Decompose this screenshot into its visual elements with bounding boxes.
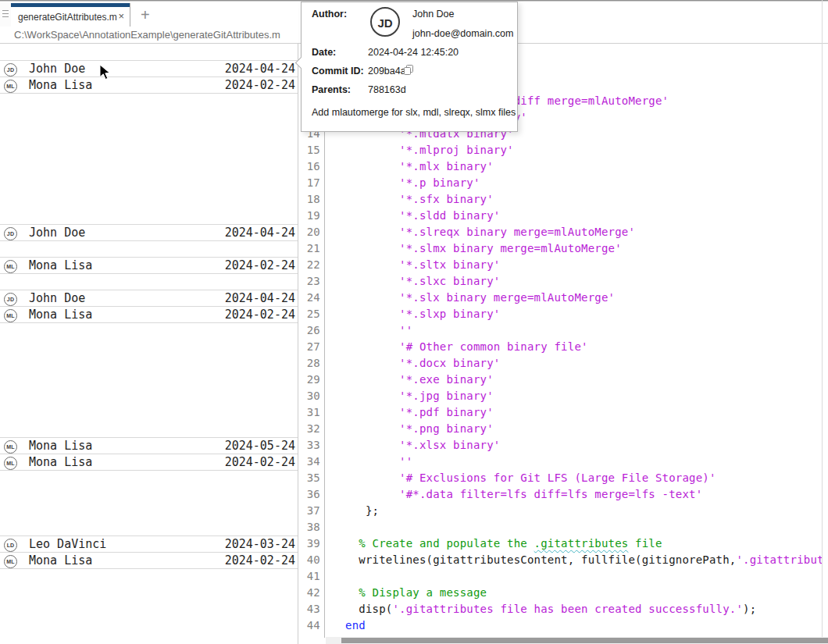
code-token-comment: file (628, 537, 662, 550)
tab-close-icon[interactable]: × (118, 11, 124, 22)
code-line[interactable]: '*.mlproj binary' (326, 142, 822, 158)
code-line[interactable]: '*.mlx binary' (326, 158, 822, 175)
line-number: 21 (298, 240, 320, 257)
line-number: 29 (298, 372, 320, 388)
line-number: 40 (298, 552, 320, 568)
blame-row[interactable]: LDLeo DaVinci2024-03-24 (0, 535, 298, 553)
code-editor[interactable]: '*.mdl binary diff merge=mlAutoMerge' '*… (326, 44, 822, 638)
blame-row[interactable]: JDJohn Doe2024-04-24 (0, 60, 298, 77)
code-line[interactable]: disp('.gitattributes file has been creat… (326, 601, 822, 617)
code-line[interactable]: '#*.data filter=lfs diff=lfs merge=lfs -… (326, 486, 822, 503)
code-lines: '*.mdl binary diff merge=mlAutoMerge' '*… (326, 44, 822, 634)
code-line[interactable]: writelines(gitattributesContent, fullfil… (326, 552, 822, 568)
panel-grip-handle[interactable] (0, 3, 12, 27)
code-line[interactable]: '*.slxc binary' (326, 273, 822, 290)
code-line[interactable] (326, 519, 822, 535)
blame-row[interactable]: MLMona Lisa2024-02-24 (0, 552, 298, 569)
horizontal-scrollbar-thumb[interactable] (341, 638, 828, 643)
code-token-string: '*.p binary' (345, 176, 480, 189)
code-line[interactable]: '# Other common binary file' (326, 339, 822, 355)
code-line[interactable]: '*.xlsx binary' (326, 437, 822, 454)
copy-commit-id-icon[interactable] (403, 64, 415, 76)
code-line[interactable]: '*.exe binary' (326, 372, 822, 388)
line-number: 20 (298, 224, 320, 240)
code-line[interactable]: '*.sltx binary' (326, 257, 822, 273)
author-name: Mona Lisa (29, 307, 92, 323)
code-line[interactable] (326, 568, 822, 585)
author-avatar: JD (4, 293, 17, 306)
author-name: Leo DaVinci (29, 536, 106, 553)
code-token-comment: % Display a message (345, 586, 487, 599)
code-token-string: '' (345, 324, 412, 336)
line-number: 25 (298, 306, 320, 322)
line-number: 35 (298, 470, 320, 486)
code-token-comment: % Create and populate the (345, 537, 534, 550)
code-line[interactable]: '*.p binary' (326, 175, 822, 191)
author-name: Mona Lisa (29, 438, 92, 454)
line-number: 26 (298, 322, 320, 339)
line-number: 18 (298, 191, 320, 208)
gutter-border (324, 44, 325, 638)
code-line[interactable]: end (326, 617, 822, 634)
commit-date: 2024-02-24 (225, 77, 295, 94)
author-avatar: ML (4, 555, 17, 568)
parent-commit: 788163d (368, 84, 406, 95)
blame-row[interactable]: MLMona Lisa2024-05-24 (0, 437, 298, 454)
author-avatar: JD (4, 227, 17, 240)
code-line[interactable]: '*.sfx binary' (326, 191, 822, 208)
code-line[interactable]: '' (326, 454, 822, 470)
code-token-string: '*.jpg binary' (345, 390, 494, 402)
new-tab-button[interactable]: + (131, 3, 159, 27)
blame-row[interactable]: JDJohn Doe2024-04-24 (0, 224, 298, 241)
commit-message: Add mlautomerge for slx, mdl, slreqx, sl… (312, 107, 516, 118)
code-line[interactable]: '*.png binary' (326, 421, 822, 437)
parents-label: Parents: (312, 84, 351, 95)
code-line[interactable]: '*.slxp binary' (326, 306, 822, 322)
line-number: 44 (298, 617, 320, 634)
line-number: 33 (298, 437, 320, 454)
active-tab-accent-bar (11, 3, 130, 7)
code-line[interactable]: '*.docx binary' (326, 355, 822, 372)
code-token-plain: disp( (345, 603, 392, 615)
horizontal-scrollbar-track[interactable] (326, 637, 828, 644)
code-token-string: '# Exclusions for Git LFS (Large File St… (345, 471, 716, 484)
author-label: Author: (312, 9, 347, 20)
code-token-string: '*.mlproj binary' (345, 144, 514, 156)
commit-date: 2024-02-24 (225, 307, 295, 323)
code-line[interactable]: % Create and populate the .gitattributes… (326, 535, 822, 552)
blame-row[interactable]: MLMona Lisa2024-02-24 (0, 76, 298, 94)
line-number: 16 (298, 158, 320, 175)
blame-row[interactable]: JDJohn Doe2024-04-24 (0, 290, 298, 307)
code-line[interactable]: '*.slreqx binary merge=mlAutoMerge' (326, 224, 822, 240)
blame-row[interactable]: MLMona Lisa2024-02-24 (0, 306, 298, 323)
date-label: Date: (312, 47, 336, 58)
line-number: 37 (298, 503, 320, 519)
code-line[interactable]: % Display a message (326, 585, 822, 601)
code-line[interactable]: '' (326, 322, 822, 339)
blame-row[interactable]: MLMona Lisa2024-02-24 (0, 454, 298, 471)
code-line[interactable]: '*.jpg binary' (326, 388, 822, 404)
author-avatar: LD (4, 539, 17, 552)
commit-date: 2024-02-24 (225, 553, 295, 569)
code-line[interactable]: '*.slmx binary merge=mlAutoMerge' (326, 240, 822, 257)
tab-generategitattributes[interactable]: generateGitAttributes.m × (11, 3, 130, 27)
line-number: 42 (298, 585, 320, 601)
editor-right-edge (822, 0, 823, 644)
author-name: John Doe (29, 290, 85, 307)
code-line[interactable]: '*.sldd binary' (326, 208, 822, 224)
code-line[interactable]: '*.slx binary merge=mlAutoMerge' (326, 290, 822, 306)
blame-row[interactable]: MLMona Lisa2024-02-24 (0, 257, 298, 274)
code-token-string: '*.docx binary' (345, 357, 500, 369)
author-name: Mona Lisa (29, 553, 92, 569)
code-line[interactable]: }; (326, 503, 822, 519)
author-avatar: ML (4, 457, 17, 470)
line-number: 28 (298, 355, 320, 372)
author-avatar: ML (4, 260, 17, 273)
code-token-string: '*.exe binary' (345, 373, 494, 386)
code-token-string: '*.slxc binary' (345, 275, 500, 287)
code-line[interactable]: '*.pdf binary' (326, 404, 822, 421)
code-token-string: '*.pdf binary' (345, 406, 494, 418)
author-avatar: ML (4, 309, 17, 322)
line-number: 32 (298, 421, 320, 437)
code-line[interactable]: '# Exclusions for Git LFS (Large File St… (326, 470, 822, 486)
